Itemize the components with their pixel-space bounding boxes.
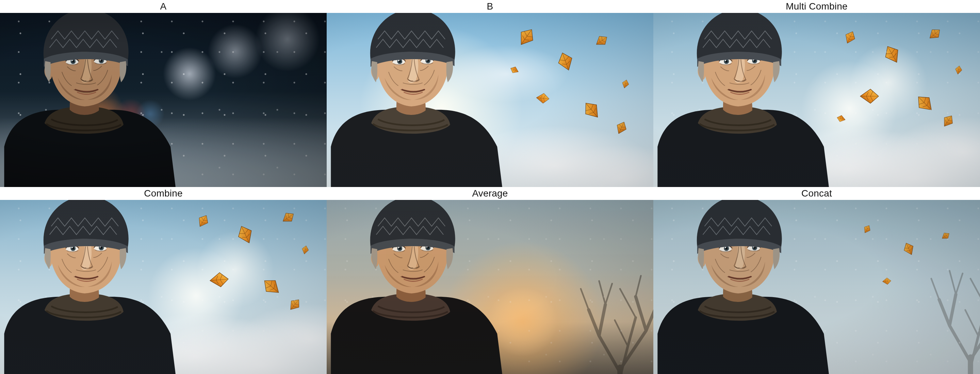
panel-label: Combine (0, 187, 327, 200)
panel-label: Concat (653, 187, 980, 200)
panel-image (653, 200, 980, 374)
panel-image (327, 200, 653, 374)
panel-image: .hat-group{display:block!important}.hair… (0, 13, 327, 187)
panel-image (0, 200, 327, 374)
panel-multi-combine: Multi Combine (653, 0, 980, 187)
panel-image (327, 13, 653, 187)
panel-label: Multi Combine (653, 0, 980, 13)
panel-combine: Combine (0, 187, 327, 374)
panel-concat: Concat (653, 187, 980, 374)
panel-b: B (327, 0, 653, 187)
panel-label: Average (327, 187, 653, 200)
panel-a: A .hat-group{display:block!important}.ha… (0, 0, 327, 187)
panel-label: B (327, 0, 653, 13)
comparison-grid: A .hat-group{display:block!important}.ha… (0, 0, 980, 374)
panel-average: Average (327, 187, 653, 374)
panel-label: A (0, 0, 327, 13)
panel-image (653, 13, 980, 187)
